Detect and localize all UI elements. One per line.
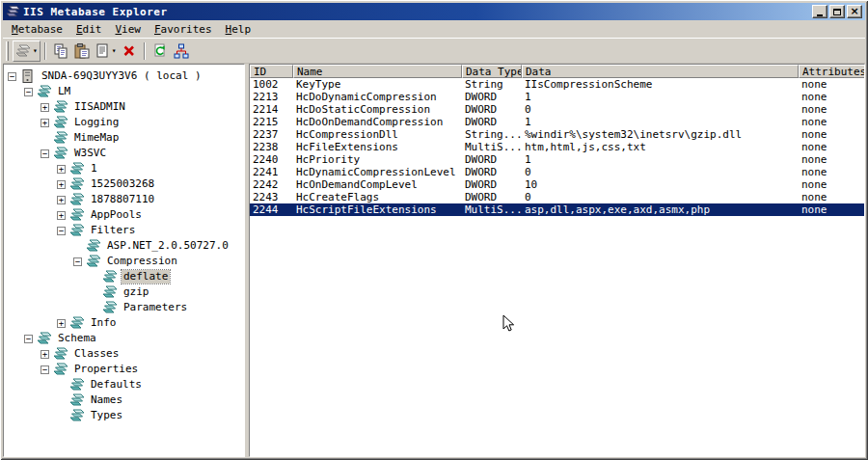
connections-button[interactable] (171, 41, 192, 62)
menu-view[interactable]: View (108, 21, 148, 37)
tree-node-label: IISADMIN (72, 100, 127, 114)
tree-node[interactable]: deflate (4, 269, 244, 284)
table-cell: HcDoStaticCompression (293, 103, 462, 116)
list-view: IDNameData TypeDataAttributes 1002KeyTyp… (249, 64, 865, 457)
tree-node[interactable]: −Filters (4, 223, 244, 238)
edit-record-button[interactable]: ▾ (93, 41, 119, 62)
table-cell: DWORD (462, 166, 522, 178)
table-cell: 1002 (250, 78, 293, 91)
key-icon (69, 162, 85, 176)
tree-node[interactable]: gzip (4, 284, 244, 300)
collapse-icon[interactable]: − (24, 88, 33, 96)
column-header-attributes[interactable]: Attributes (799, 65, 865, 78)
table-row[interactable]: 2238HcFileExtensionsMultiS...htm,html,js… (250, 141, 864, 153)
table-row[interactable]: 2242HcOnDemandCompLevelDWORD10none (250, 178, 864, 191)
tree-node[interactable]: +Info (4, 315, 244, 331)
tree-node[interactable]: −W3SVC (4, 146, 244, 161)
menu-favorites[interactable]: Favorites (148, 21, 219, 37)
menu-edit[interactable]: Edit (69, 21, 109, 37)
expand-icon[interactable]: + (57, 165, 66, 174)
tree-node[interactable]: +Classes (4, 346, 244, 362)
delete-button[interactable] (119, 41, 140, 62)
maximize-icon (833, 9, 841, 15)
key-icon (69, 378, 85, 392)
collapse-icon[interactable]: − (8, 72, 16, 81)
minimize-button[interactable] (812, 5, 827, 18)
key-icon (53, 100, 68, 114)
collapse-icon[interactable]: − (73, 257, 82, 266)
menu-metabase[interactable]: Metabase (5, 21, 69, 37)
paste-button[interactable] (71, 41, 93, 62)
column-header-data-type[interactable]: Data Type (462, 65, 522, 78)
dropdown-arrow-icon[interactable]: ▾ (33, 47, 38, 55)
tree-node[interactable]: −SNDA-69Q3UYY3V6 ( local ) (4, 68, 244, 84)
tree-node[interactable]: Types (4, 408, 244, 423)
table-row[interactable]: 2244HcScriptFileExtensionsMultiS...asp,d… (250, 203, 864, 216)
copy-button[interactable] (50, 41, 71, 62)
column-header-name[interactable]: Name (293, 65, 462, 78)
table-row[interactable]: 2215HcDoOnDemandCompressionDWORD1none (250, 116, 864, 128)
table-cell: DWORD (462, 116, 522, 128)
tree-node[interactable]: ASP.NET_2.0.50727.0 (4, 238, 244, 254)
tree-node-label: Properties (72, 363, 140, 376)
table-cell: none (799, 128, 865, 141)
maximize-button[interactable] (829, 5, 845, 18)
expand-icon[interactable]: + (57, 211, 66, 220)
expand-icon[interactable]: + (57, 319, 66, 328)
tree-node[interactable]: +IISADMIN (4, 99, 244, 115)
expand-icon[interactable]: + (57, 196, 66, 204)
expand-icon[interactable]: + (41, 103, 49, 112)
tree-node[interactable]: Defaults (4, 377, 244, 392)
collapse-icon[interactable]: − (41, 365, 49, 374)
expand-icon[interactable]: + (57, 180, 66, 189)
tree-node[interactable]: +1 (4, 161, 244, 176)
table-row[interactable]: 2243HcCreateFlagsDWORD0none (250, 191, 864, 203)
tree-node-label: SNDA-69Q3UYY3V6 ( local ) (40, 69, 203, 83)
tree-node[interactable]: −Properties (4, 362, 244, 377)
tree-node[interactable]: +1878807110 (4, 192, 244, 207)
table-row[interactable]: 2213HcDoDynamicCompressionDWORD1none (250, 91, 864, 103)
tree-node-label: AppPools (89, 208, 144, 222)
tree-node[interactable]: −LM (4, 84, 244, 99)
collapse-icon[interactable]: − (57, 227, 66, 235)
tree-node[interactable]: −Compression (4, 254, 244, 269)
collapse-icon[interactable]: − (24, 335, 33, 343)
key-icon (69, 224, 85, 237)
table-row[interactable]: 2214HcDoStaticCompressionDWORD0none (250, 103, 864, 116)
tree-node[interactable]: Parameters (4, 300, 244, 315)
tree-node-label: ASP.NET_2.0.50727.0 (105, 239, 231, 253)
tree-node[interactable]: +AppPools (4, 207, 244, 223)
table-cell: none (799, 191, 865, 203)
new-key-button[interactable]: ▾ (13, 41, 41, 62)
table-cell: String... (462, 128, 522, 141)
tree-node[interactable]: +1525003268 (4, 176, 244, 192)
table-cell: asp,dll,aspx,exe,axd,asmx,php (522, 203, 799, 216)
refresh-button[interactable] (149, 41, 171, 62)
table-row[interactable]: 2241HcDynamicCompressionLevelDWORD0none (250, 166, 864, 178)
tree-node-label: Types (89, 409, 124, 422)
title-bar[interactable]: IIS Metabase Explorer × (3, 3, 865, 20)
column-header-data[interactable]: Data (522, 65, 799, 78)
table-cell: DWORD (462, 191, 522, 203)
table-row[interactable]: 2240HcPriorityDWORD1none (250, 153, 864, 166)
table-row[interactable]: 2237HcCompressionDllString...%windir%\sy… (250, 128, 864, 141)
toolbar-grip[interactable] (6, 41, 9, 61)
key-icon (102, 301, 118, 314)
tree-node[interactable]: −Schema (4, 331, 244, 346)
tree-node-label: Defaults (89, 378, 144, 392)
key-icon (102, 270, 118, 284)
dropdown-arrow-icon[interactable]: ▾ (112, 47, 117, 55)
table-cell: 1 (522, 116, 799, 128)
close-button[interactable]: × (847, 5, 862, 18)
table-cell: 2244 (250, 203, 293, 216)
expand-icon[interactable]: + (41, 119, 49, 127)
tree-node[interactable]: MimeMap (4, 130, 244, 146)
tree-node[interactable]: +Logging (4, 115, 244, 130)
menu-help[interactable]: Help (219, 21, 258, 37)
collapse-icon[interactable]: − (41, 149, 49, 158)
expand-icon[interactable]: + (41, 350, 49, 359)
table-row[interactable]: 1002KeyTypeStringIIsCompressionSchemenon… (250, 78, 864, 91)
column-header-id[interactable]: ID (250, 65, 293, 78)
key-icon (37, 85, 52, 98)
tree-node[interactable]: Names (4, 392, 244, 408)
